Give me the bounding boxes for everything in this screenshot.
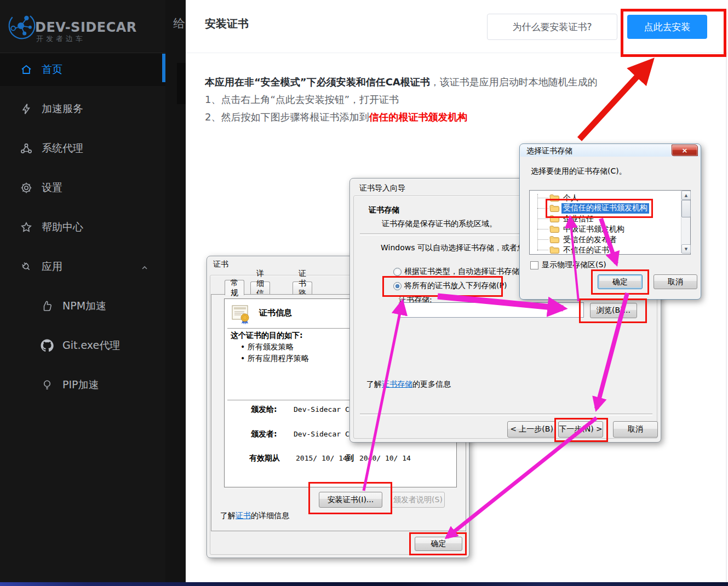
home-icon [20, 63, 33, 76]
nodes-icon [20, 142, 33, 155]
sidebar-item-label: 应用 [42, 260, 62, 274]
sidebar-item-system-proxy[interactable]: 系统代理 [0, 132, 165, 165]
sidebar-item-npm[interactable]: NPM加速 [0, 290, 165, 323]
intro-line-3-prefix: 2、然后按如下图步骤将根证书添加到 [205, 111, 369, 123]
dev-sidecar-logo-icon [7, 9, 37, 43]
app-window: DEV-SIDECAR 开发者边车 首页 加速服务 系统代理 设置 [0, 0, 728, 586]
sidebar: DEV-SIDECAR 开发者边车 首页 加速服务 系统代理 设置 [0, 0, 165, 582]
bolt-icon [20, 102, 33, 116]
background-partial-text: 给 [173, 15, 185, 32]
bulb-icon [41, 378, 54, 392]
sidebar-item-label: Git.exe代理 [62, 338, 120, 353]
background-scroll-block [177, 63, 186, 104]
sidebar-item-label: 系统代理 [42, 141, 83, 156]
content-header: 安装证书 为什么要安装证书? 点此去安装 [186, 0, 728, 53]
content-panel: 安装证书 为什么要安装证书? 点此去安装 本应用在非“安全模式”下必须安装和信任… [186, 0, 728, 582]
plug-icon [20, 260, 33, 273]
sidebar-item-help-center[interactable]: 帮助中心 [0, 211, 165, 244]
background-page-strip: 给 [165, 0, 186, 582]
why-install-button[interactable]: 为什么要安装证书? [487, 14, 617, 40]
sidebar-item-label: NPM加速 [62, 299, 106, 313]
intro-line-3-highlight: 信任的根证书颁发机构 [369, 111, 467, 123]
sidebar-item-acceleration[interactable]: 加速服务 [0, 93, 165, 125]
sidebar-item-label: 帮助中心 [42, 220, 83, 234]
sidebar-item-label: 首页 [42, 62, 62, 77]
sidebar-item-label: 加速服务 [42, 102, 83, 116]
sidebar-item-git-proxy[interactable]: Git.exe代理 [0, 329, 165, 362]
star-icon [20, 221, 33, 234]
page-title: 安装证书 [205, 16, 249, 31]
bottom-window-edge [0, 582, 728, 586]
sidebar-item-label: 设置 [42, 181, 62, 195]
intro-line-2: 1、点击右上角“点此去安装按钮”，打开证书 [205, 93, 399, 106]
intro-line-1-bold: 本应用在非“安全模式”下必须安装和信任CA根证书 [205, 76, 430, 88]
sidebar-item-label: PIP加速 [62, 378, 99, 392]
sidebar-item-apps[interactable]: 应用 [0, 250, 165, 283]
chevron-up-icon [140, 262, 149, 271]
logo-title: DEV-SIDECAR [35, 20, 137, 35]
sidebar-item-home[interactable]: 首页 [0, 53, 165, 86]
intro-line-1: 本应用在非“安全模式”下必须安装和信任CA根证书，该证书是应用启动时本地随机生成… [205, 76, 598, 89]
sidebar-item-settings[interactable]: 设置 [0, 171, 165, 204]
github-icon [41, 339, 54, 352]
content-scrollbar[interactable] [726, 53, 727, 582]
logo-area: DEV-SIDECAR 开发者边车 [0, 0, 165, 53]
install-cert-button[interactable]: 点此去安装 [627, 15, 707, 39]
thumbs-up-icon [41, 300, 54, 313]
sidebar-item-pip[interactable]: PIP加速 [0, 369, 165, 401]
logo-subtitle: 开发者边车 [36, 34, 85, 44]
gear-icon [20, 181, 33, 194]
intro-line-3: 2、然后按如下图步骤将根证书添加到信任的根证书颁发机构 [205, 111, 467, 124]
intro-line-1-rest: ，该证书是应用启动时本地随机生成的 [430, 76, 598, 88]
